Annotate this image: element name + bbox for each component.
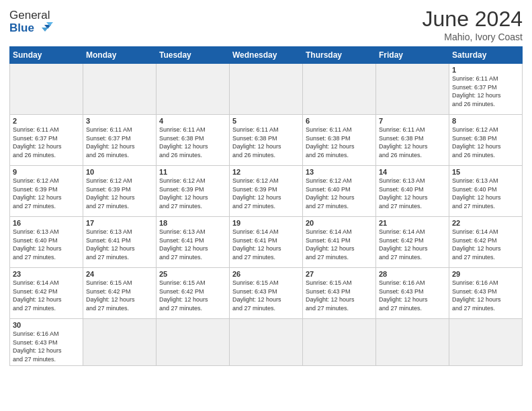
day-24: 24 Sunrise: 6:15 AMSunset: 6:42 PMDaylig… <box>83 268 157 319</box>
day-12: 12 Sunrise: 6:12 AMSunset: 6:39 PMDaylig… <box>230 166 303 217</box>
day-11: 11 Sunrise: 6:12 AMSunset: 6:39 PMDaylig… <box>157 166 230 217</box>
empty-cell <box>230 64 303 115</box>
table-row: 1 Sunrise: 6:11 AMSunset: 6:37 PMDayligh… <box>10 64 523 115</box>
day-22: 22 Sunrise: 6:14 AMSunset: 6:42 PMDaylig… <box>449 217 523 268</box>
day-21: 21 Sunrise: 6:14 AMSunset: 6:42 PMDaylig… <box>376 217 449 268</box>
header-friday: Friday <box>376 47 449 64</box>
header-monday: Monday <box>83 47 157 64</box>
empty-cell <box>83 319 157 366</box>
header-tuesday: Tuesday <box>157 47 230 64</box>
day-26: 26 Sunrise: 6:15 AMSunset: 6:43 PMDaylig… <box>230 268 303 319</box>
day-2: 2 Sunrise: 6:11 AMSunset: 6:37 PMDayligh… <box>10 115 83 166</box>
day-4: 4 Sunrise: 6:11 AMSunset: 6:38 PMDayligh… <box>157 115 230 166</box>
day-20: 20 Sunrise: 6:14 AMSunset: 6:41 PMDaylig… <box>303 217 376 268</box>
table-row: 9 Sunrise: 6:12 AMSunset: 6:39 PMDayligh… <box>10 166 523 217</box>
empty-cell <box>303 64 376 115</box>
month-year: June 2024 <box>423 7 523 32</box>
day-16: 16 Sunrise: 6:13 AMSunset: 6:40 PMDaylig… <box>10 217 83 268</box>
day-19: 19 Sunrise: 6:14 AMSunset: 6:41 PMDaylig… <box>230 217 303 268</box>
day-15: 15 Sunrise: 6:13 AMSunset: 6:40 PMDaylig… <box>449 166 523 217</box>
empty-cell <box>10 64 83 115</box>
empty-cell <box>449 319 523 366</box>
table-row: 2 Sunrise: 6:11 AMSunset: 6:37 PMDayligh… <box>10 115 523 166</box>
day-3: 3 Sunrise: 6:11 AMSunset: 6:37 PMDayligh… <box>83 115 157 166</box>
day-17: 17 Sunrise: 6:13 AMSunset: 6:41 PMDaylig… <box>83 217 157 268</box>
empty-cell <box>157 319 230 366</box>
day-8: 8 Sunrise: 6:12 AMSunset: 6:38 PMDayligh… <box>449 115 523 166</box>
header: General Blue June 2024 Mahio, Ivory Coas… <box>9 7 523 42</box>
day-25: 25 Sunrise: 6:15 AMSunset: 6:42 PMDaylig… <box>157 268 230 319</box>
table-row: 16 Sunrise: 6:13 AMSunset: 6:40 PMDaylig… <box>10 217 523 268</box>
day-10: 10 Sunrise: 6:12 AMSunset: 6:39 PMDaylig… <box>83 166 157 217</box>
day-18: 18 Sunrise: 6:13 AMSunset: 6:41 PMDaylig… <box>157 217 230 268</box>
title-block: June 2024 Mahio, Ivory Coast <box>423 7 523 42</box>
header-wednesday: Wednesday <box>230 47 303 64</box>
day-14: 14 Sunrise: 6:13 AMSunset: 6:40 PMDaylig… <box>376 166 449 217</box>
day-9: 9 Sunrise: 6:12 AMSunset: 6:39 PMDayligh… <box>10 166 83 217</box>
empty-cell <box>303 319 376 366</box>
svg-marker-1 <box>42 28 48 32</box>
day-5: 5 Sunrise: 6:11 AMSunset: 6:38 PMDayligh… <box>230 115 303 166</box>
empty-cell <box>157 64 230 115</box>
header-saturday: Saturday <box>449 47 523 64</box>
day-23: 23 Sunrise: 6:14 AMSunset: 6:42 PMDaylig… <box>10 268 83 319</box>
empty-cell <box>230 319 303 366</box>
day-27: 27 Sunrise: 6:15 AMSunset: 6:43 PMDaylig… <box>303 268 376 319</box>
empty-cell <box>83 64 157 115</box>
day-6: 6 Sunrise: 6:11 AMSunset: 6:38 PMDayligh… <box>303 115 376 166</box>
day-28: 28 Sunrise: 6:16 AMSunset: 6:43 PMDaylig… <box>376 268 449 319</box>
table-row: 23 Sunrise: 6:14 AMSunset: 6:42 PMDaylig… <box>10 268 523 319</box>
header-thursday: Thursday <box>303 47 376 64</box>
empty-cell <box>376 319 449 366</box>
calendar: Sunday Monday Tuesday Wednesday Thursday… <box>9 46 523 366</box>
day-1: 1 Sunrise: 6:11 AMSunset: 6:37 PMDayligh… <box>449 64 523 115</box>
table-row: 30 Sunrise: 6:16 AMSunset: 6:43 PMDaylig… <box>10 319 523 366</box>
day-13: 13 Sunrise: 6:12 AMSunset: 6:40 PMDaylig… <box>303 166 376 217</box>
day-30: 30 Sunrise: 6:16 AMSunset: 6:43 PMDaylig… <box>10 319 83 366</box>
day-29: 29 Sunrise: 6:16 AMSunset: 6:43 PMDaylig… <box>449 268 523 319</box>
empty-cell <box>376 64 449 115</box>
logo: General Blue <box>9 9 55 36</box>
day-7: 7 Sunrise: 6:11 AMSunset: 6:38 PMDayligh… <box>376 115 449 166</box>
header-sunday: Sunday <box>10 47 83 64</box>
location: Mahio, Ivory Coast <box>423 32 523 42</box>
